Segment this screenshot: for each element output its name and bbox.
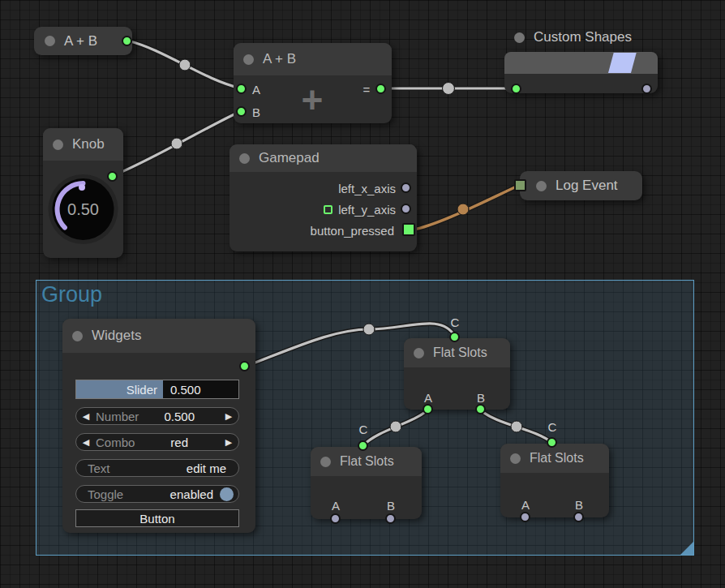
collapse-toggle-icon[interactable] <box>239 153 250 164</box>
wire-knob-to-b[interactable] <box>112 111 241 176</box>
node-knob[interactable]: Knob 0.50 <box>43 128 123 258</box>
next-option-arrow-icon[interactable]: ▶ <box>219 437 238 448</box>
input-label-c: C <box>548 420 557 434</box>
node-title: Widgets <box>92 328 141 344</box>
knob-marker-icon <box>79 184 85 191</box>
collapse-toggle-icon[interactable] <box>536 181 547 191</box>
slider-value: 0.500 <box>163 380 238 398</box>
toggle-knob-icon[interactable] <box>220 487 234 501</box>
node-title: A + B <box>263 51 296 67</box>
output-label-left-y-axis: left_y_axis <box>338 203 396 217</box>
wire-reroute-dot[interactable] <box>457 204 469 215</box>
knob-value: 0.50 <box>67 200 99 218</box>
input-slot-b[interactable] <box>236 106 247 117</box>
node-flat-slots-top[interactable]: Flat Slots A B <box>404 338 510 410</box>
number-value: 0.500 <box>164 410 195 423</box>
node-add-collapsed[interactable]: A + B <box>34 27 132 55</box>
event-input-slot[interactable] <box>514 179 526 191</box>
node-custom-shapes[interactable] <box>504 52 658 93</box>
text-value[interactable]: edit me <box>187 461 238 475</box>
text-widget[interactable]: Text edit me <box>75 459 239 477</box>
checkbox-icon[interactable] <box>324 205 332 214</box>
output-label-b: B <box>575 498 583 512</box>
output-slot-b[interactable] <box>475 404 486 414</box>
node-flat-slots-left[interactable]: Flat Slots A B <box>311 447 422 519</box>
input-slot-a[interactable] <box>236 84 247 94</box>
node-graph-canvas[interactable]: Group <box>0 0 725 588</box>
wire-reroute-dot[interactable] <box>443 83 455 95</box>
output-slot[interactable] <box>375 84 386 94</box>
event-output-slot[interactable] <box>402 223 415 236</box>
node-title: Flat Slots <box>433 346 487 360</box>
output-slot[interactable] <box>641 84 652 94</box>
input-label-b: B <box>252 105 260 119</box>
slider-label: Slider <box>127 383 157 397</box>
toggle-widget[interactable]: Toggle enabled <box>75 485 239 503</box>
output-label-left-x-axis: left_x_axis <box>338 182 396 195</box>
output-slot-a[interactable] <box>520 512 530 522</box>
node-log-event[interactable]: Log Event <box>520 171 642 200</box>
text-label: Text <box>76 461 187 475</box>
node-widgets[interactable]: Widgets Slider 0.500 ◀ Number 0.500 ▶ ◀ … <box>62 319 255 533</box>
collapse-toggle-icon[interactable] <box>414 348 424 358</box>
collapse-toggle-icon[interactable] <box>72 331 83 341</box>
collapse-toggle-icon[interactable] <box>243 54 254 65</box>
combo-value: red <box>170 436 188 449</box>
collapse-toggle-icon[interactable] <box>53 139 63 150</box>
group-resize-handle-icon[interactable] <box>680 542 693 555</box>
input-slot-c[interactable] <box>449 332 460 342</box>
combo-label: Combo <box>96 436 170 449</box>
output-slot-b[interactable] <box>573 512 584 522</box>
collapse-toggle-icon[interactable] <box>510 453 521 464</box>
toggle-value: enabled <box>170 487 213 501</box>
combo-widget[interactable]: ◀ Combo red ▶ <box>75 433 239 451</box>
node-title: Knob <box>72 136 105 152</box>
wire-addcollapsed-to-a[interactable] <box>127 41 241 88</box>
node-title: Custom Shapes <box>534 29 632 45</box>
wire-reroute-dot[interactable] <box>179 59 191 71</box>
output-slot[interactable] <box>122 36 132 46</box>
output-slot[interactable] <box>107 171 118 182</box>
input-slot-c[interactable] <box>547 437 557 448</box>
node-title: Gamepad <box>259 150 320 166</box>
input-slot-c[interactable] <box>358 440 368 451</box>
node-title: Log Event <box>556 178 618 194</box>
node-gamepad[interactable]: Gamepad left_x_axis left_y_axis button_p… <box>230 144 417 251</box>
collapse-toggle-icon[interactable] <box>514 32 525 43</box>
wire-gamepad-to-logevent[interactable] <box>410 186 518 230</box>
collapse-toggle-icon[interactable] <box>45 36 55 46</box>
toggle-label: Toggle <box>76 487 170 501</box>
input-label-a: A <box>252 83 260 97</box>
node-flat-slots-right[interactable]: Flat Slots A B <box>500 444 609 517</box>
output-label-a: A <box>521 498 530 512</box>
increment-arrow-icon[interactable]: ▶ <box>219 411 238 422</box>
output-label-b: B <box>387 499 395 513</box>
input-slot[interactable] <box>511 84 521 94</box>
output-slot-a[interactable] <box>330 513 341 524</box>
node-title: A + B <box>64 33 97 49</box>
shape-widget-strip <box>504 52 658 74</box>
output-slot-a[interactable] <box>423 404 433 414</box>
parallelogram-shape-icon <box>608 53 637 73</box>
output-slot[interactable] <box>401 204 411 214</box>
output-label-button-pressed: button_pressed <box>311 224 394 238</box>
output-label-equals: = <box>363 83 371 97</box>
slider-fill[interactable]: Slider <box>76 380 163 398</box>
node-add[interactable]: A + B A B + = <box>234 43 392 123</box>
output-slot[interactable] <box>401 182 411 193</box>
slider-widget[interactable]: Slider 0.500 <box>75 380 239 399</box>
output-label-a: A <box>332 499 340 513</box>
plus-operator-icon: + <box>302 78 324 122</box>
output-slot-b[interactable] <box>385 513 396 524</box>
output-slot[interactable] <box>239 361 250 371</box>
node-title: Flat Slots <box>530 451 584 466</box>
number-widget[interactable]: ◀ Number 0.500 ▶ <box>75 407 239 425</box>
prev-option-arrow-icon[interactable]: ◀ <box>76 437 96 448</box>
collapse-toggle-icon[interactable] <box>320 457 331 467</box>
output-label-a: A <box>424 391 432 405</box>
node-custom-shapes-title[interactable]: Custom Shapes <box>514 29 632 45</box>
wire-reroute-dot[interactable] <box>171 138 182 149</box>
decrement-arrow-icon[interactable]: ◀ <box>76 411 96 422</box>
input-label-c: C <box>359 423 368 436</box>
button-widget[interactable]: Button <box>75 509 239 527</box>
